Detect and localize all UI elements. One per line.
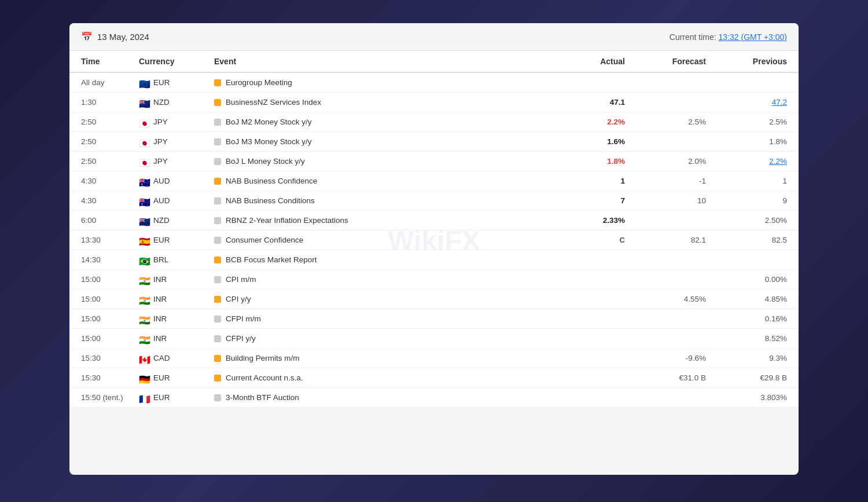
event-name[interactable]: CPI y/y [226,295,251,303]
currency-code: AUD [153,196,170,205]
event-cell: Building Permits m/m [214,354,544,362]
time-cell: 13:30 [81,236,139,244]
table-row: 15:00🇮🇳INRCPI y/y4.55%4.85% [69,290,799,309]
currency-code: EUR [153,393,170,402]
event-name[interactable]: NAB Business Confidence [226,177,317,185]
time-cell: 2:50 [81,118,139,126]
time-cell: 14:30 [81,255,139,264]
previous-cell: 0.16% [706,314,787,323]
forecast-cell: 2.0% [625,157,706,166]
currency-cell: 🇯🇵JPY [139,137,214,146]
event-name[interactable]: BusinessNZ Services Index [226,98,321,107]
current-time-value[interactable]: 13:32 (GMT +3:00) [719,32,787,42]
currency-cell: 🇫🇷EUR [139,393,214,402]
previous-cell: 2.50% [706,216,787,225]
currency-code: JPY [153,157,168,166]
currency-code: NZD [153,98,170,107]
currency-code: NZD [153,216,170,225]
flag-icon: 🇧🇷 [139,256,150,264]
importance-indicator [214,79,221,86]
importance-indicator [214,178,221,185]
flag-icon: 🇳🇿 [139,98,150,107]
currency-cell: 🇨🇦CAD [139,354,214,362]
table-row: 2:50🇯🇵JPYBoJ M3 Money Stock y/y1.6%1.8% [69,132,799,152]
flag-icon: 🇫🇷 [139,394,150,402]
event-name[interactable]: RBNZ 2-Year Inflation Expectations [226,216,348,225]
time-cell: 2:50 [81,137,139,146]
time-cell: 15:30 [81,354,139,362]
event-cell: 3-Month BTF Auction [214,393,544,402]
actual-cell: 2.2% [544,118,625,126]
flag-icon: 🇮🇳 [139,276,150,284]
currency-code: EUR [153,78,170,87]
table-row: 1:30🇳🇿NZDBusinessNZ Services Index47.147… [69,93,799,112]
actual-cell: 1.6% [544,137,625,146]
table-row: All day🇪🇺EUREurogroup Meeting [69,73,799,93]
previous-cell: 8.52% [706,334,787,343]
importance-indicator [214,119,221,126]
event-name[interactable]: BoJ L Money Stock y/y [226,157,305,166]
header-date: 📅 13 May, 2024 [81,31,149,42]
importance-indicator [214,355,221,362]
event-name[interactable]: Current Account n.s.a. [226,373,303,382]
time-cell: 15:30 [81,373,139,382]
event-name[interactable]: CPI m/m [226,275,256,284]
previous-cell: 9 [706,196,787,205]
previous-cell: 2.5% [706,118,787,126]
actual-cell: 47.1 [544,98,625,107]
currency-code: EUR [153,373,170,382]
table-row: 15:00🇮🇳INRCPI m/m0.00% [69,270,799,290]
event-cell: Current Account n.s.a. [214,373,544,382]
event-name[interactable]: BoJ M2 Money Stock y/y [226,118,312,126]
currency-code: AUD [153,177,170,185]
table-row: 4:30🇦🇺AUDNAB Business Confidence1-11 [69,171,799,191]
table-row: 4:30🇦🇺AUDNAB Business Conditions7109 [69,191,799,211]
event-name[interactable]: BCB Focus Market Report [226,255,317,264]
table-row: 15:50 (tent.)🇫🇷EUR3-Month BTF Auction3.8… [69,388,799,408]
event-name[interactable]: NAB Business Conditions [226,196,315,205]
event-name[interactable]: CFPI y/y [226,334,256,343]
event-cell: CFPI m/m [214,314,544,323]
time-cell: 15:00 [81,295,139,303]
table-row: 15:30🇨🇦CADBuilding Permits m/m-9.6%9.3% [69,349,799,368]
col-currency: Currency [139,57,214,66]
forecast-cell: €31.0 B [625,373,706,382]
flag-icon: 🇯🇵 [139,138,150,146]
previous-cell: 3.803% [706,393,787,402]
currency-cell: 🇮🇳INR [139,295,214,303]
event-name[interactable]: Building Permits m/m [226,354,300,362]
calendar-icon: 📅 [81,31,93,42]
time-cell: All day [81,78,139,87]
event-name[interactable]: Eurogroup Meeting [226,78,292,87]
flag-icon: 🇯🇵 [139,157,150,166]
time-cell: 15:00 [81,275,139,284]
currency-code: INR [153,314,167,323]
flag-icon: 🇯🇵 [139,118,150,126]
event-name[interactable]: BoJ M3 Money Stock y/y [226,137,312,146]
flag-icon: 🇪🇺 [139,79,150,87]
table-row: 6:00🇳🇿NZDRBNZ 2-Year Inflation Expectati… [69,211,799,230]
importance-indicator [214,197,221,204]
event-name[interactable]: CFPI m/m [226,314,261,323]
currency-code: JPY [153,118,168,126]
table-body: WikiFX All day🇪🇺EUREurogroup Meeting1:30… [69,73,799,408]
importance-indicator [214,276,221,283]
event-cell: BoJ L Money Stock y/y [214,157,544,166]
event-name[interactable]: Consumer Confidence [226,236,303,244]
event-cell: CPI y/y [214,295,544,303]
previous-cell: 4.85% [706,295,787,303]
currency-cell: 🇳🇿NZD [139,216,214,225]
col-previous: Previous [706,57,787,66]
currency-cell: 🇦🇺AUD [139,196,214,205]
flag-icon: 🇨🇦 [139,354,150,362]
event-cell: BoJ M2 Money Stock y/y [214,118,544,126]
forecast-cell: -1 [625,177,706,185]
actual-cell: C [544,236,625,244]
currency-cell: 🇦🇺AUD [139,177,214,185]
table-row: 15:00🇮🇳INRCFPI y/y8.52% [69,329,799,349]
table-row: 15:30🇩🇪EURCurrent Account n.s.a.€31.0 B€… [69,368,799,388]
event-name[interactable]: 3-Month BTF Auction [226,393,299,402]
forecast-cell: 82.1 [625,236,706,244]
header: 📅 13 May, 2024 Current time: 13:32 (GMT … [69,23,799,51]
time-cell: 4:30 [81,177,139,185]
